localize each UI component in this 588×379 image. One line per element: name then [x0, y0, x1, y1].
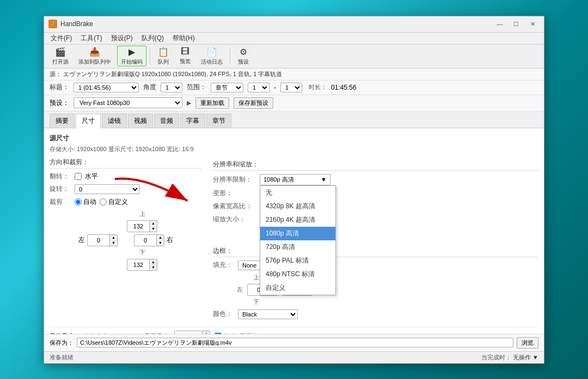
complete-value[interactable]: 无操作 ▼ — [513, 354, 538, 361]
display-size-input[interactable] — [175, 333, 202, 334]
crop-top-down[interactable]: ▼ — [149, 226, 157, 232]
preview-button[interactable]: 🎞 预览 — [175, 46, 195, 66]
crop-top-input-wrap: ▲ ▼ — [127, 220, 157, 232]
title-bar: 🐝 HandBrake — ☐ ✕ — [44, 16, 544, 33]
crop-top-input[interactable] — [127, 222, 149, 230]
crop-bottom-input[interactable] — [127, 261, 149, 269]
menu-help[interactable]: 帮助(H) — [168, 33, 199, 44]
queue-button[interactable]: 📋 队列 — [154, 46, 173, 66]
display-spinners: ▲ ▼ — [202, 331, 210, 334]
maximize-button[interactable]: ☐ — [509, 18, 523, 29]
open-source-button[interactable]: 🎬 打开源 — [48, 46, 72, 66]
crop-right-group: ▲ ▼ 右 — [134, 234, 173, 246]
crop-left-input-wrap: ▲ ▼ — [87, 234, 118, 246]
tab-chapters[interactable]: 章节 — [206, 114, 231, 128]
crop-left-down[interactable]: ▼ — [109, 240, 117, 246]
crop-left-group: 左 ▲ ▼ — [78, 234, 118, 246]
add-to-queue-button[interactable]: 📥 添加到队列中 — [75, 46, 115, 66]
color-label: 颜色： — [213, 309, 235, 319]
option-720p[interactable]: 720p 高清 — [260, 240, 335, 254]
toolbar-separator — [150, 48, 150, 64]
resolution-title: 分辨率和缩放： — [213, 160, 538, 171]
crop-right-down[interactable]: ▼ — [156, 240, 164, 246]
range-start-select[interactable]: 1 — [248, 83, 270, 92]
option-4320p[interactable]: 4320p 8K 超高清 — [260, 200, 335, 213]
crop-top-label: 上 — [82, 210, 202, 218]
crop-bottom-down[interactable]: ▼ — [149, 265, 157, 270]
crop-left-input[interactable] — [88, 237, 109, 244]
color-select[interactable]: Black — [238, 309, 298, 319]
border-left-label: 左 — [237, 285, 243, 294]
range-end-select[interactable]: 1 — [280, 83, 302, 92]
crop-right-up[interactable]: ▲ — [156, 235, 164, 240]
preset-select[interactable]: Very Fast 1080p30 — [74, 97, 182, 108]
tab-filters[interactable]: 滤镜 — [102, 114, 127, 128]
res-limit-select[interactable]: 1080p 高清 ▼ — [260, 174, 330, 185]
minimize-button[interactable]: — — [493, 18, 507, 29]
option-1080p[interactable]: 1080p 高清 — [260, 227, 335, 240]
crop-bottom-input-wrap: ▲ ▼ — [127, 259, 157, 271]
preset-arrow: ▶ — [187, 100, 191, 107]
crop-label: 裁剪 — [50, 197, 71, 207]
angle-select[interactable]: 1 — [161, 83, 182, 92]
save-row: 保存为： 浏览 — [44, 334, 544, 351]
crop-bottom-up[interactable]: ▲ — [149, 259, 157, 265]
crop-top-row: ▲ ▼ — [82, 220, 202, 232]
presets-label: 预设 — [238, 58, 249, 66]
zoom-label: 缩放大小： — [213, 215, 256, 224]
crop-lr-row: 左 ▲ ▼ ▲ — [50, 234, 202, 246]
title-select[interactable]: 1 (01:45:56) — [74, 83, 139, 92]
crop-bottom-row: ▲ ▼ — [82, 259, 202, 271]
source-size-info: 存储大小: 1920x1080 显示尺寸: 1920x1080 宽比: 16:9 — [50, 145, 538, 153]
menu-bar: 文件(F) 工具(T) 预设(P) 队列(Q) 帮助(H) — [44, 33, 544, 45]
tab-summary[interactable]: 摘要 — [50, 114, 75, 128]
presets-button[interactable]: ⚙ 预设 — [234, 46, 253, 66]
rotate-select[interactable]: 0 90 180 270 — [75, 184, 140, 194]
crop-custom-label[interactable]: 自定义 — [100, 197, 128, 207]
activity-log-button[interactable]: 📄 活动日志 — [197, 46, 226, 66]
save-path-input[interactable] — [77, 338, 513, 347]
tab-audio[interactable]: 音频 — [154, 114, 179, 128]
reload-preset-button[interactable]: 重新加载 — [195, 97, 229, 109]
crop-top-up[interactable]: ▲ — [149, 221, 157, 226]
direction-crop-title: 方向和裁剪： — [50, 158, 202, 169]
crop-bottom-label: 下 — [82, 248, 202, 257]
window-controls: — ☐ ✕ — [493, 18, 540, 29]
menu-tools[interactable]: 工具(T) — [76, 33, 106, 44]
option-none[interactable]: 无 — [260, 186, 335, 200]
tab-video[interactable]: 视频 — [128, 114, 153, 128]
crop-auto-radio[interactable] — [75, 198, 82, 206]
flip-value: 水平 — [85, 172, 98, 181]
crop-custom-radio[interactable] — [100, 198, 107, 206]
crop-auto-label[interactable]: 自动 — [75, 197, 96, 207]
tab-size[interactable]: 尺寸 — [76, 114, 101, 128]
close-button[interactable]: ✕ — [525, 18, 540, 29]
menu-presets[interactable]: 预设(P) — [107, 33, 137, 44]
ds-up[interactable]: ▲ — [202, 331, 210, 334]
menu-file[interactable]: 文件(F) — [46, 33, 76, 44]
border-bottom-label: 下 — [253, 298, 259, 306]
option-480p[interactable]: 480p NTSC 标清 — [260, 268, 335, 281]
crop-left-up[interactable]: ▲ — [109, 235, 117, 240]
auto-checkbox-label[interactable]: 自动 — [215, 332, 235, 334]
crop-right-input-wrap: ▲ ▼ — [134, 234, 164, 246]
option-custom[interactable]: 自定义 — [260, 281, 335, 295]
start-encode-button[interactable]: ▶ 开始编码 — [117, 46, 146, 66]
option-2160p[interactable]: 2160p 4K 超高清 — [260, 213, 335, 227]
flip-checkbox[interactable] — [75, 173, 82, 180]
auto-checkbox[interactable] — [215, 333, 222, 334]
right-column: 分辨率和缩放： 分辨率限制： 1080p 高清 ▼ 无 — [213, 158, 538, 322]
option-576p[interactable]: 576p PAL 标清 — [260, 254, 335, 268]
save-preset-button[interactable]: 保存新预设 — [234, 97, 273, 109]
queue-label: 队列 — [158, 58, 169, 66]
tab-subtitles[interactable]: 字幕 — [180, 114, 205, 128]
res-limit-row: 分辨率限制： 1080p 高清 ▼ 无 4320p 8K 超高清 2160p 4… — [213, 174, 538, 185]
main-window: 🐝 HandBrake — ☐ ✕ 文件(F) 工具(T) 预设(P) 队列(Q… — [44, 16, 544, 364]
crop-right-input[interactable] — [134, 237, 156, 244]
status-left: 准备就绪 — [50, 353, 74, 362]
range-type-select[interactable]: 章节 — [211, 83, 243, 92]
browse-button[interactable]: 浏览 — [517, 337, 538, 349]
preview-icon: 🎞 — [181, 47, 189, 57]
preset-label: 预设： — [50, 98, 69, 108]
menu-queue[interactable]: 队列(Q) — [137, 33, 168, 44]
